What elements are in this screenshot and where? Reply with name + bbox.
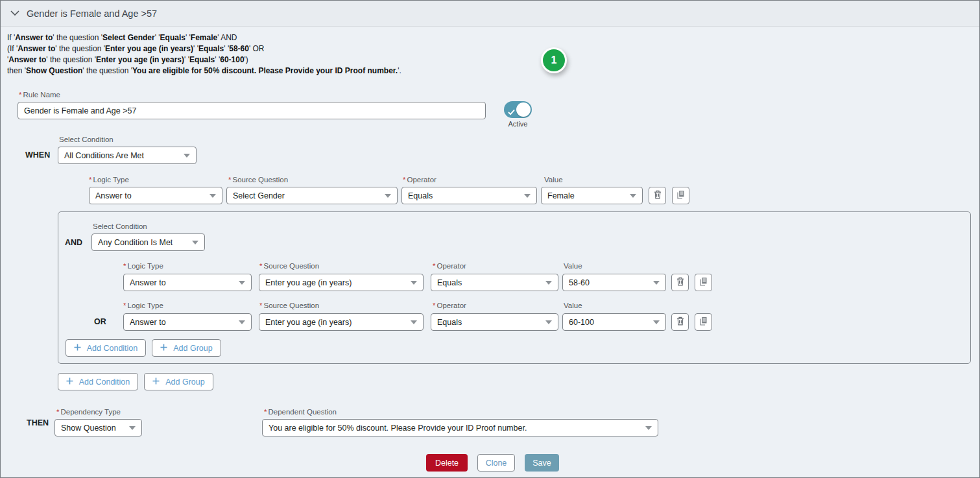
source-question-dropdown[interactable]: Enter you age (in years) [259,313,424,331]
dropdown-arrow-icon [545,281,552,285]
plus-icon [66,377,73,387]
value-value: 60-100 [569,318,594,327]
step-badge-number: 1 [543,49,565,71]
or-keyword: OR [94,317,106,326]
clone-button[interactable]: Clone [477,454,515,472]
dropdown-arrow-icon [645,426,652,430]
dependency-type-label: Dependency Type [56,408,121,416]
source-question-label: Source Question [259,262,319,270]
rule-header[interactable]: Gender is Female and Age >57 [1,1,979,27]
when-select-condition-label: Select Condition [59,136,114,143]
dropdown-arrow-icon [239,320,245,324]
add-condition-label: Add Condition [87,344,138,353]
dropdown-arrow-icon [653,281,660,285]
logic-type-label: Logic Type [123,262,163,270]
clone-condition-button[interactable] [695,313,712,331]
source-question-value: Enter you age (in years) [265,318,352,327]
dropdown-arrow-icon [385,194,391,198]
group-select-condition-label: Select Condition [93,222,147,230]
source-question-value: Enter you age (in years) [265,278,352,287]
source-question-dropdown[interactable]: Select Gender [226,187,398,204]
value-value: Female [547,191,575,200]
add-group-button[interactable]: Add Group [144,373,213,390]
operator-dropdown[interactable]: Equals [431,313,558,331]
operator-label: Operator [403,176,436,184]
dependent-question-label: Dependent Question [264,408,337,416]
copy-icon [699,317,708,328]
dropdown-arrow-icon [239,281,245,285]
clone-condition-button[interactable] [672,187,689,204]
add-condition-button[interactable]: Add Condition [58,373,138,390]
logic-type-value: Answer to [130,278,166,287]
dependency-type-dropdown[interactable]: Show Question [54,419,142,436]
dropdown-arrow-icon [545,320,552,324]
value-dropdown[interactable]: Female [541,187,643,204]
logic-type-dropdown[interactable]: Answer to [89,187,222,204]
chevron-down-icon[interactable] [10,10,19,16]
source-question-value: Select Gender [233,191,285,200]
add-group-label: Add Group [173,344,212,353]
dropdown-arrow-icon [192,241,198,245]
active-toggle[interactable] [504,101,532,118]
trash-icon [676,277,684,289]
plus-icon [160,344,167,353]
when-select-condition-dropdown[interactable]: All Conditions Are Met [58,147,197,164]
when-select-condition-value: All Conditions Are Met [64,151,144,160]
summary-line: If 'Answer to' the question 'Select Gend… [7,32,401,43]
group-add-group-button[interactable]: Add Group [152,339,221,357]
value-label: Value [564,262,582,270]
source-question-dropdown[interactable]: Enter you age (in years) [259,274,424,291]
rule-name-label: Rule Name [19,91,60,99]
trash-icon [654,190,662,202]
logic-type-label: Logic Type [123,302,163,309]
plus-icon [152,377,160,387]
delete-condition-button[interactable] [649,187,666,204]
trash-icon [676,317,684,328]
delete-condition-button[interactable] [671,313,689,331]
logic-type-value: Answer to [130,318,166,327]
value-dropdown[interactable]: 60-100 [562,313,666,331]
operator-value: Equals [408,191,433,200]
group-add-condition-button[interactable]: Add Condition [66,339,146,357]
dropdown-arrow-icon [184,154,190,158]
check-icon [508,106,515,118]
toggle-knob [516,102,531,117]
value-value: 58-60 [569,278,590,287]
operator-value: Equals [437,278,462,287]
rule-summary: If 'Answer to' the question 'Select Gend… [7,32,401,77]
value-label: Value [544,176,563,184]
dropdown-arrow-icon [411,281,417,285]
dropdown-arrow-icon [630,194,636,198]
rule-title: Gender is Female and Age >57 [27,8,157,19]
dropdown-arrow-icon [129,426,136,430]
operator-label: Operator [433,302,466,309]
delete-button[interactable]: Delete [426,454,468,472]
operator-label: Operator [433,262,466,270]
clone-condition-button[interactable] [695,274,712,291]
plus-icon [74,344,81,353]
value-dropdown[interactable]: 58-60 [562,274,666,291]
operator-dropdown[interactable]: Equals [401,187,537,204]
dependent-question-dropdown[interactable]: You are eligible for 50% discount. Pleas… [262,419,658,436]
summary-line: then 'Show Question' the question 'You a… [7,66,401,77]
source-question-label: Source Question [259,302,319,309]
dependent-question-value: You are eligible for 50% discount. Pleas… [269,424,527,433]
copy-icon [699,277,708,289]
group-select-condition-dropdown[interactable]: Any Condition Is Met [91,233,205,251]
delete-condition-button[interactable] [671,274,689,291]
add-condition-label: Add Condition [79,377,130,387]
active-toggle-label: Active [504,120,532,128]
copy-icon [676,190,685,202]
operator-dropdown[interactable]: Equals [431,274,558,291]
rule-name-input[interactable] [18,102,486,119]
summary-line: 'Answer to' the question 'Enter you age … [7,54,401,66]
step-badge: 1 [541,47,567,73]
group-select-condition-value: Any Condition Is Met [98,238,173,247]
dropdown-arrow-icon [524,194,531,198]
and-keyword: AND [65,238,82,247]
save-button[interactable]: Save [525,454,559,472]
logic-type-dropdown[interactable]: Answer to [123,274,252,291]
logic-type-dropdown[interactable]: Answer to [123,313,252,331]
then-keyword: THEN [27,418,49,427]
value-label: Value [564,302,582,309]
